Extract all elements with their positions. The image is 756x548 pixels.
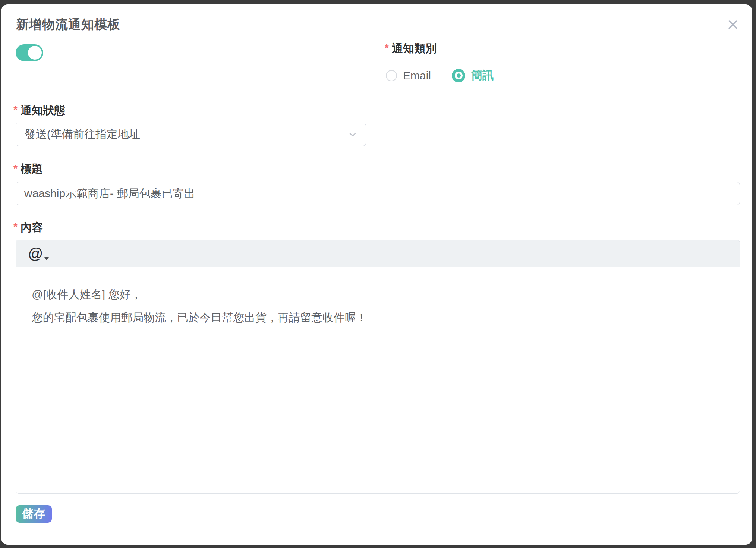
close-icon bbox=[725, 17, 740, 32]
editor-paragraph: @[收件人姓名] 您好， bbox=[32, 287, 724, 302]
content-label-text: 內容 bbox=[21, 221, 43, 234]
toggle-knob bbox=[28, 46, 42, 60]
status-field-label: * 通知狀態 bbox=[13, 104, 65, 117]
content-field-label: * 內容 bbox=[13, 221, 43, 234]
radio-option-email[interactable]: Email bbox=[386, 69, 431, 82]
chevron-down-icon bbox=[347, 129, 358, 140]
mention-dropdown-button[interactable]: @ bbox=[26, 245, 51, 262]
mention-at-icon: @ bbox=[28, 246, 43, 261]
editor-paragraph: 您的宅配包裹使用郵局物流，已於今日幫您出貨，再請留意收件喔！ bbox=[32, 310, 724, 325]
category-label-text: 通知類別 bbox=[392, 42, 437, 55]
category-field-label: * 通知類別 bbox=[385, 42, 437, 55]
radio-sms-label: 簡訊 bbox=[471, 68, 494, 83]
subject-input[interactable] bbox=[16, 182, 740, 205]
subject-field-label: * 標題 bbox=[13, 162, 43, 176]
required-mark: * bbox=[13, 162, 18, 175]
status-label-text: 通知狀態 bbox=[21, 104, 65, 117]
add-logistics-template-modal: 新增物流通知模板 * 通知類別 Email 簡訊 * 通知狀態 發送(準備前往指… bbox=[1, 4, 752, 545]
enabled-toggle[interactable] bbox=[16, 44, 43, 61]
caret-down-icon bbox=[44, 257, 49, 260]
subject-label-text: 標題 bbox=[21, 162, 43, 176]
status-select-value: 發送(準備前往指定地址 bbox=[16, 127, 347, 142]
editor-textarea[interactable]: @[收件人姓名] 您好， 您的宅配包裹使用郵局物流，已於今日幫您出貨，再請留意收… bbox=[16, 267, 740, 493]
modal-title: 新增物流通知模板 bbox=[16, 16, 120, 33]
required-mark: * bbox=[385, 42, 389, 54]
status-select[interactable]: 發送(準備前往指定地址 bbox=[16, 123, 366, 146]
radio-selected-icon[interactable] bbox=[452, 69, 465, 82]
radio-option-sms[interactable]: 簡訊 bbox=[452, 68, 494, 83]
close-button[interactable] bbox=[723, 15, 743, 34]
radio-unselected-icon[interactable] bbox=[386, 70, 397, 81]
editor-toolbar: @ bbox=[16, 240, 740, 267]
content-editor: @ @[收件人姓名] 您好， 您的宅配包裹使用郵局物流，已於今日幫您出貨，再請留… bbox=[16, 240, 740, 494]
required-mark: * bbox=[13, 104, 18, 116]
category-radio-group: Email 簡訊 bbox=[386, 68, 494, 83]
save-button[interactable]: 儲存 bbox=[16, 505, 52, 523]
radio-email-label: Email bbox=[403, 69, 431, 82]
required-mark: * bbox=[13, 221, 18, 233]
